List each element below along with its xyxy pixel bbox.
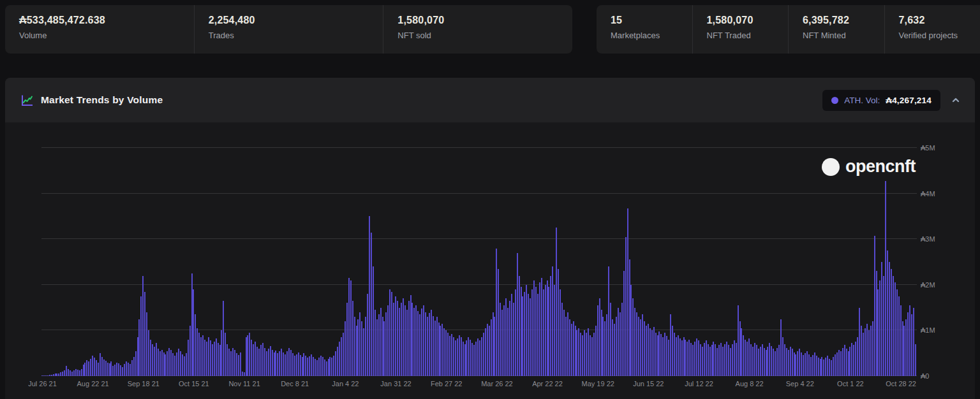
volume-bar bbox=[784, 344, 785, 376]
volume-bar bbox=[200, 337, 202, 376]
volume-bar bbox=[131, 360, 133, 376]
volume-bar bbox=[60, 372, 61, 376]
volume-bar bbox=[350, 280, 352, 376]
volume-bar bbox=[670, 314, 671, 376]
volume-bar bbox=[383, 321, 385, 376]
volume-bar bbox=[182, 354, 183, 376]
volume-bar bbox=[88, 361, 89, 376]
volume-bar bbox=[228, 349, 230, 376]
volume-bar bbox=[517, 253, 518, 376]
volume-bar bbox=[475, 342, 477, 376]
volume-bar bbox=[580, 333, 581, 376]
volume-bar bbox=[872, 321, 873, 376]
volume-bar bbox=[794, 352, 795, 376]
volume-bar bbox=[335, 351, 336, 376]
volume-bar bbox=[625, 237, 627, 376]
ath-value: ₳4,267,214 bbox=[886, 96, 932, 105]
volume-bar bbox=[797, 351, 798, 376]
volume-bar bbox=[148, 330, 149, 376]
volume-bar bbox=[782, 337, 783, 376]
volume-bar bbox=[501, 310, 503, 376]
volume-bar bbox=[496, 249, 497, 377]
x-tick-label: Apr 22 22 bbox=[532, 380, 563, 388]
volume-bar bbox=[891, 269, 892, 376]
volume-bar bbox=[593, 333, 595, 376]
volume-bar bbox=[489, 326, 490, 376]
y-tick-label: ₳5M bbox=[921, 144, 935, 152]
collapse-panel-button[interactable] bbox=[951, 95, 961, 105]
volume-bar bbox=[45, 375, 47, 376]
volume-bar bbox=[189, 326, 191, 376]
volume-bar bbox=[210, 340, 211, 376]
volume-bar bbox=[365, 317, 366, 376]
volume-bar bbox=[840, 351, 842, 376]
volume-bar bbox=[604, 321, 605, 376]
volume-bar bbox=[876, 271, 877, 376]
x-tick-label: Feb 27 22 bbox=[431, 380, 463, 388]
volume-bar bbox=[767, 347, 768, 377]
volume-bar bbox=[219, 345, 221, 376]
volume-bar bbox=[732, 344, 733, 376]
volume-bar bbox=[586, 333, 587, 376]
stat-nft-sold: 1,580,070 NFT sold bbox=[383, 5, 572, 54]
chevron-up-icon bbox=[951, 95, 961, 105]
volume-bar bbox=[216, 338, 217, 376]
volume-bar bbox=[799, 349, 800, 376]
x-tick-label: Jul 26 21 bbox=[28, 380, 57, 388]
volume-bar bbox=[889, 262, 890, 376]
volume-bar bbox=[174, 356, 175, 376]
volume-bar bbox=[629, 259, 630, 376]
volume-bar bbox=[509, 301, 510, 376]
volume-bar bbox=[831, 360, 832, 376]
volume-bar bbox=[124, 364, 125, 376]
volume-bar bbox=[754, 343, 755, 376]
volume-bar bbox=[907, 312, 909, 376]
volume-bar bbox=[718, 345, 720, 376]
volume-bar bbox=[160, 351, 161, 376]
volume-bar bbox=[646, 326, 647, 376]
volume-bar bbox=[676, 337, 677, 376]
volume-bar bbox=[322, 357, 323, 376]
volume-bar bbox=[92, 356, 93, 376]
volume-bar bbox=[275, 351, 276, 376]
volume-bar-chart-plot[interactable]: opencnft bbox=[41, 148, 917, 376]
volume-bar bbox=[806, 351, 808, 376]
volume-bar bbox=[648, 324, 649, 376]
volume-bar bbox=[223, 301, 224, 376]
volume-bar bbox=[778, 345, 780, 376]
volume-bar bbox=[846, 349, 847, 376]
volume-bar bbox=[81, 369, 82, 376]
stat-verified-projects-value: 7,632 bbox=[899, 15, 980, 26]
volume-bar bbox=[531, 289, 533, 376]
volume-bar bbox=[427, 317, 428, 376]
volume-bar bbox=[378, 314, 380, 376]
volume-bar bbox=[90, 359, 91, 376]
ath-volume-legend-badge[interactable]: ATH. Vol: ₳4,267,214 bbox=[822, 90, 940, 111]
volume-bar bbox=[896, 289, 898, 376]
volume-bar bbox=[305, 356, 306, 376]
volume-bar bbox=[805, 353, 806, 376]
volume-bar bbox=[507, 308, 509, 376]
volume-bar bbox=[128, 363, 129, 377]
volume-bar bbox=[266, 351, 267, 376]
stat-nft-minted-value: 6,395,782 bbox=[803, 15, 884, 26]
volume-bar bbox=[333, 356, 334, 376]
volume-bar bbox=[43, 375, 45, 376]
volume-bar bbox=[715, 344, 716, 376]
volume-bar bbox=[664, 333, 665, 376]
volume-bar bbox=[345, 321, 346, 376]
volume-bar bbox=[258, 349, 260, 376]
volume-bar bbox=[186, 353, 187, 376]
volume-bar bbox=[595, 326, 597, 376]
volume-bar bbox=[823, 359, 824, 376]
volume-bar bbox=[590, 335, 591, 376]
x-tick-label: Aug 22 21 bbox=[77, 380, 109, 388]
volume-bar bbox=[588, 328, 589, 376]
volume-bar bbox=[716, 348, 718, 376]
line-chart-icon bbox=[20, 94, 34, 107]
volume-bar bbox=[391, 292, 392, 377]
volume-bar bbox=[612, 319, 613, 377]
volume-bar bbox=[343, 333, 344, 376]
volume-bar bbox=[844, 345, 845, 376]
volume-bar bbox=[270, 346, 271, 376]
